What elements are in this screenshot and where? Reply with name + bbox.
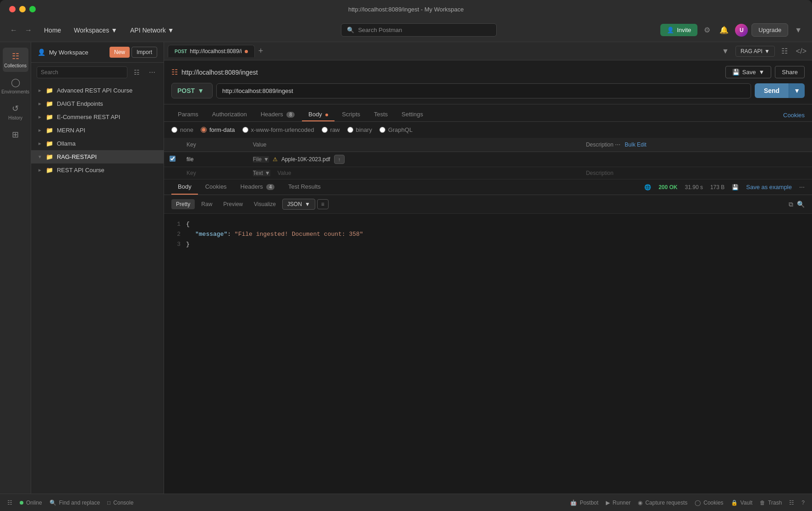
sidebar-item-history[interactable]: ↺ History <box>3 100 28 124</box>
avatar[interactable]: U <box>735 24 748 37</box>
home-link[interactable]: Home <box>40 25 65 36</box>
tab-tests[interactable]: Tests <box>368 108 394 121</box>
capture-requests-button[interactable]: ◉ Capture requests <box>638 500 687 506</box>
radio-urlencoded-input[interactable] <box>242 127 248 133</box>
radio-graphql[interactable]: GraphQL <box>379 126 412 133</box>
layout-toggle[interactable]: ☷ <box>7 500 12 506</box>
row-checkbox[interactable] <box>170 156 176 162</box>
grid-layout-button[interactable]: ☷ <box>789 500 794 506</box>
collection-item-rest-api-course[interactable]: ► 📁 REST API Course <box>31 163 164 177</box>
collection-item-advanced-rest[interactable]: ► 📁 Advanced REST API Course <box>31 84 164 97</box>
collection-item-daigt[interactable]: ► 📁 DAIGT Endpoints <box>31 97 164 110</box>
resp-tab-headers[interactable]: Headers 4 <box>234 179 281 195</box>
console-button[interactable]: □ Console <box>107 500 133 506</box>
request-tab[interactable]: POST http://localhost:8089/i <box>168 45 255 57</box>
invite-button[interactable]: 👤 Invite <box>660 24 697 36</box>
collection-item-ecommerce[interactable]: ► 📁 E-Commerse REST API <box>31 110 164 124</box>
collection-item-rag-restapi[interactable]: ▼ 📁 RAG-RESTAPI <box>31 150 164 163</box>
collection-item-mern[interactable]: ► 📁 MERN API <box>31 124 164 137</box>
help-button[interactable]: ? <box>801 500 805 506</box>
copy-response-button[interactable]: ⧉ <box>789 201 793 208</box>
empty-key-cell[interactable]: Key <box>181 167 247 179</box>
sidebar-item-collections[interactable]: ☷ Collections <box>3 48 28 72</box>
type-selector[interactable]: File ▼ <box>253 156 269 163</box>
upgrade-button[interactable]: Upgrade <box>752 23 788 37</box>
settings-button[interactable]: ⚙ <box>701 23 713 37</box>
tab-headers[interactable]: Headers 8 <box>254 108 301 121</box>
tab-authorization[interactable]: Authorization <box>206 108 253 121</box>
tab-params[interactable]: Params <box>171 108 205 121</box>
find-replace-button[interactable]: 🔍 Find and replace <box>49 500 100 506</box>
radio-raw-input[interactable] <box>322 127 328 133</box>
tab-settings[interactable]: Settings <box>395 108 429 121</box>
cookies-status-button[interactable]: ◯ Cookies <box>695 500 723 506</box>
resp-tab-cookies[interactable]: Cookies <box>199 179 233 195</box>
format-visualize[interactable]: Visualize <box>249 199 280 209</box>
runner-button[interactable]: ▶ Runner <box>606 500 631 506</box>
wrap-button[interactable]: ≡ <box>317 199 329 209</box>
send-button[interactable]: Send <box>755 83 789 98</box>
sidebar-more-button[interactable]: ⋯ <box>146 67 158 78</box>
environment-selector[interactable]: RAG API ▼ <box>735 46 775 57</box>
save-button[interactable]: 💾 Save ▼ <box>725 66 772 78</box>
workspaces-menu[interactable]: Workspaces ▼ <box>70 25 121 36</box>
resp-tab-body[interactable]: Body <box>171 179 198 195</box>
radio-graphql-input[interactable] <box>379 127 385 133</box>
more-resp-options[interactable]: ⋯ <box>799 184 805 190</box>
format-pretty[interactable]: Pretty <box>171 199 195 209</box>
radio-none-input[interactable] <box>171 127 177 133</box>
sidebar-item-more[interactable]: ⊞ <box>3 126 28 143</box>
radio-none[interactable]: none <box>171 126 193 133</box>
upload-button[interactable]: ↑ <box>334 155 345 164</box>
method-selector[interactable]: POST ▼ <box>171 83 213 98</box>
language-selector[interactable]: JSON ▼ <box>282 199 315 210</box>
sidebar-filter-button[interactable]: ☷ <box>131 67 143 78</box>
save-example-button[interactable]: Save as example <box>746 184 792 190</box>
new-button[interactable]: New <box>110 47 130 58</box>
tab-scripts[interactable]: Scripts <box>335 108 367 121</box>
maximize-button[interactable] <box>29 6 36 12</box>
key-cell[interactable]: file <box>181 152 247 167</box>
tab-dropdown[interactable]: ▼ <box>719 44 732 58</box>
api-network-menu[interactable]: API Network ▼ <box>126 25 178 36</box>
add-tab-button[interactable]: + <box>255 46 267 56</box>
radio-binary[interactable]: binary <box>347 126 372 133</box>
radio-urlencoded[interactable]: x-www-form-urlencoded <box>242 126 314 133</box>
radio-raw[interactable]: raw <box>322 126 340 133</box>
minimize-button[interactable] <box>19 6 26 12</box>
notifications-button[interactable]: 🔔 <box>717 23 731 37</box>
format-raw[interactable]: Raw <box>197 199 217 209</box>
sidebar-search-input[interactable] <box>37 66 127 78</box>
vault-button[interactable]: 🔒 Vault <box>731 500 752 506</box>
description-cell[interactable] <box>581 152 812 167</box>
empty-type-selector[interactable]: Text ▼ <box>253 170 270 176</box>
upgrade-dropdown[interactable]: ▼ <box>792 23 805 37</box>
sidebar-item-environments[interactable]: ◯ Environments <box>3 74 28 98</box>
back-button[interactable]: ← <box>7 24 20 36</box>
format-preview[interactable]: Preview <box>219 199 247 209</box>
collection-item-ollama[interactable]: ► 📁 Ollama <box>31 137 164 150</box>
radio-form-data-input[interactable] <box>201 127 207 133</box>
share-button[interactable]: Share <box>775 66 805 78</box>
panel-layout-button[interactable]: ☷ <box>779 44 790 58</box>
forward-button[interactable]: → <box>22 24 35 36</box>
import-button[interactable]: Import <box>132 47 157 58</box>
url-input[interactable] <box>216 83 751 98</box>
empty-desc-cell[interactable]: Description <box>581 167 812 179</box>
radio-binary-input[interactable] <box>347 127 353 133</box>
tab-body[interactable]: Body <box>302 108 335 121</box>
trash-button[interactable]: 🗑 Trash <box>760 500 782 506</box>
bulk-edit-button[interactable]: Bulk Edit <box>625 141 646 148</box>
radio-form-data[interactable]: form-data <box>201 126 235 133</box>
postbot-button[interactable]: 🤖 Postbot <box>570 500 598 506</box>
search-response-button[interactable]: 🔍 <box>797 201 805 208</box>
tab-bar: POST http://localhost:8089/i + ▼ RAG API… <box>164 42 812 60</box>
right-panel-button[interactable]: </> <box>794 45 808 57</box>
cookies-link[interactable]: Cookies <box>783 112 805 119</box>
send-dropdown-button[interactable]: ▼ <box>789 83 805 98</box>
search-bar[interactable]: 🔍 Search Postman <box>341 23 497 37</box>
row-checkbox-cell[interactable] <box>164 152 181 167</box>
response-size: 173 B <box>710 184 724 190</box>
resp-tab-test-results[interactable]: Test Results <box>282 179 327 195</box>
close-button[interactable] <box>9 6 16 12</box>
